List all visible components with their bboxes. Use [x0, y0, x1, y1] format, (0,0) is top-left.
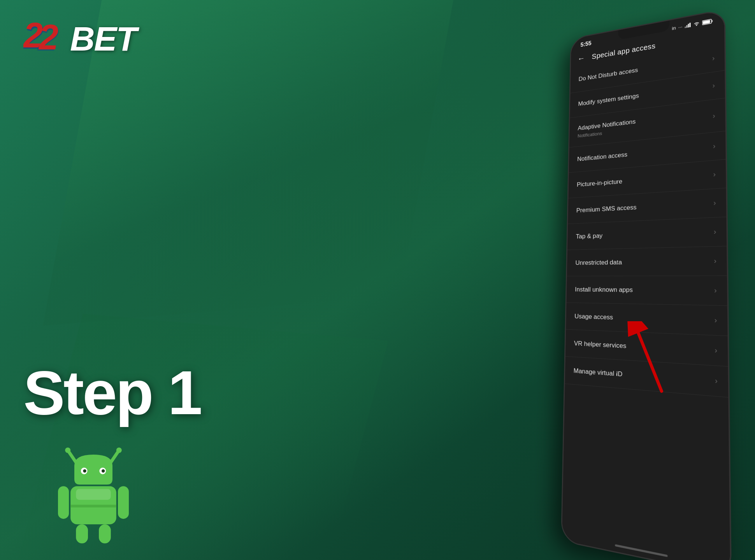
svg-point-5 [65, 448, 70, 453]
signal-dots-icon: ··· [678, 24, 683, 30]
status-time: 5:55 [581, 40, 592, 48]
svg-text:2: 2 [38, 18, 58, 57]
settings-item-title-6: Tap & pay [576, 228, 709, 240]
chevron-right-5: › [713, 199, 716, 207]
settings-item-title-5: Premium SMS access [576, 199, 709, 215]
svg-point-11 [102, 469, 105, 472]
wifi-icon [694, 21, 700, 26]
svg-rect-22 [689, 23, 690, 27]
logo-container: 2 2 2 2 BET [23, 16, 136, 58]
step-label: Step 1 [23, 362, 201, 424]
svg-rect-14 [58, 486, 69, 519]
svg-rect-21 [688, 24, 689, 28]
chevron-right-10: › [715, 346, 717, 355]
settings-item-content-7: Unrestricted data [575, 257, 709, 267]
svg-rect-16 [76, 524, 88, 543]
svg-rect-20 [686, 25, 687, 28]
svg-point-23 [696, 24, 697, 26]
svg-rect-19 [685, 26, 686, 28]
chevron-right-3: › [713, 142, 716, 150]
chevron-right-0: › [712, 54, 715, 62]
svg-point-10 [83, 469, 86, 472]
logo-22: 2 2 2 2 [23, 16, 70, 58]
settings-item-content-4: Picture-in-picture [577, 171, 709, 189]
chevron-right-6: › [714, 228, 716, 236]
chevron-right-4: › [713, 170, 716, 179]
settings-item-title-10: VR helper services [574, 339, 710, 355]
chevron-right-2: › [713, 112, 715, 120]
svg-rect-18 [76, 489, 111, 500]
settings-item-content-9: Usage access [574, 312, 710, 325]
phone-screen: 5:55 in ··· [562, 10, 730, 560]
phone-container: 5:55 in ··· [560, 12, 724, 548]
settings-item-content-8: Install unknown apps [575, 285, 710, 295]
chevron-right-7: › [714, 257, 716, 265]
svg-rect-17 [99, 524, 111, 543]
svg-rect-15 [118, 486, 129, 519]
settings-list: Do Not Disturb access › Modify system se… [562, 43, 730, 560]
settings-item-content-6: Tap & pay [576, 228, 709, 240]
logo-bet-text: BET [70, 22, 136, 56]
settings-item-content-3: Notification access [577, 142, 709, 163]
android-robot [39, 436, 148, 544]
settings-item-install-unknown[interactable]: Install unknown apps › [566, 276, 727, 306]
linkedin-icon: in [672, 25, 676, 31]
svg-point-7 [116, 448, 122, 453]
phone-outer: 5:55 in ··· [561, 9, 732, 560]
chevron-right-11: › [715, 376, 718, 385]
settings-item-title-9: Usage access [574, 312, 710, 325]
settings-item-title-8: Install unknown apps [575, 285, 710, 295]
settings-item-title-4: Picture-in-picture [577, 171, 709, 189]
settings-item-title-3: Notification access [577, 142, 709, 163]
settings-item-content-11: Manage virtual ID [574, 366, 711, 385]
battery-icon [702, 18, 713, 25]
svg-rect-13 [70, 505, 116, 508]
chevron-right-1: › [712, 82, 715, 90]
chevron-right-9: › [715, 316, 717, 325]
svg-rect-26 [711, 20, 713, 22]
chevron-right-8: › [714, 286, 717, 295]
settings-item-content-10: VR helper services [574, 339, 710, 355]
settings-item-title-11: Manage virtual ID [574, 366, 711, 385]
settings-item-content-5: Premium SMS access [576, 199, 709, 215]
signal-bars-icon [685, 23, 691, 28]
settings-item-unrestricted-data[interactable]: Unrestricted data › [567, 247, 727, 276]
back-button[interactable]: ← [578, 54, 585, 64]
settings-item-title-7: Unrestricted data [575, 257, 709, 267]
